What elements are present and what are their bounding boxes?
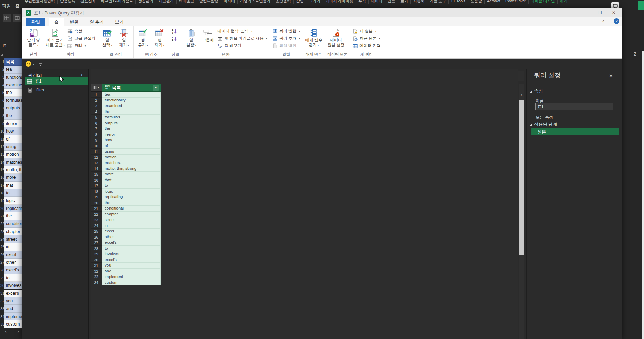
settings-close-icon[interactable]: ✕	[609, 73, 613, 78]
scroll-up-icon[interactable]: ∧	[519, 93, 524, 97]
excel-cell[interactable]: functionality	[4, 74, 22, 81]
column-header-cell[interactable]: ABC 123 목록 ▾	[102, 84, 161, 92]
row-number[interactable]: 33	[91, 274, 102, 280]
ribbon-button-행 감소-1[interactable]: 행제거▾	[151, 27, 168, 51]
row-number[interactable]: 28	[91, 246, 102, 252]
properties-section-header[interactable]: ◢ 속성	[530, 88, 543, 94]
excel-tab-17[interactable]: 보기	[398, 0, 411, 4]
row-number[interactable]: 16	[91, 177, 102, 183]
grid-cell[interactable]: excel	[102, 229, 161, 234]
excel-cell[interactable]: the	[4, 212, 22, 220]
smiley-dropdown-icon[interactable]: ▾	[33, 63, 34, 66]
excel-cell[interactable]: in	[4, 243, 22, 251]
row-number[interactable]: 18	[91, 189, 102, 195]
row-number[interactable]: 7	[91, 126, 102, 132]
excel-cell[interactable]: logic	[4, 197, 22, 204]
ribbon-button-쿼리 병합[interactable]: 쿼리 병합▾	[271, 28, 302, 35]
excel-cell[interactable]: using	[4, 143, 22, 151]
excel-cell[interactable]: custom	[4, 320, 22, 328]
excel-cell[interactable]: involves	[4, 282, 22, 289]
excel-cell[interactable]: conditional	[4, 220, 22, 227]
excel-tab-16[interactable]: 검토	[385, 0, 398, 4]
pq-menu-tab-4[interactable]: 보기	[110, 18, 129, 26]
query-name-input[interactable]	[535, 103, 613, 110]
excel-cell[interactable]: of	[4, 135, 22, 143]
excel-cell[interactable]: matches.	[4, 158, 22, 166]
excel-cell[interactable]: street	[4, 235, 22, 243]
row-number[interactable]: 11	[91, 149, 102, 155]
grid-cell[interactable]: the	[102, 109, 161, 115]
excel-tab-4[interactable]: 생산관리	[136, 0, 156, 4]
ribbon-button-매개 변수-0[interactable]: 매개 변수관리▾	[304, 27, 324, 51]
grid-cell[interactable]: logic	[102, 189, 161, 195]
excel-tab-13[interactable]: 페이지 레이아웃	[323, 0, 356, 4]
grid-cell[interactable]: other	[102, 234, 161, 240]
excel-cell[interactable]: chapter	[4, 228, 22, 235]
grid-cell[interactable]: to	[102, 183, 161, 189]
excel-cell[interactable]: excel	[4, 251, 22, 259]
excel-tab-22[interactable]: Acrobat	[485, 0, 503, 4]
ribbon-button-관리[interactable]: 관리▾	[66, 42, 97, 49]
grid-cell[interactable]: examined	[102, 103, 161, 109]
ribbon-button-속성[interactable]: t x="1" y="2" width="14" height="12" fil…	[66, 28, 97, 35]
excel-tab-20[interactable]: ECTools	[449, 0, 468, 4]
excel-cell[interactable]: that	[4, 182, 22, 189]
excel-cell[interactable]: tea	[4, 66, 22, 73]
excel-cell[interactable]: more	[4, 174, 22, 181]
excel-cell[interactable]: replicating	[4, 205, 22, 212]
ribbon-button-변환-1[interactable]: 그룹화	[200, 27, 216, 51]
excel-cell[interactable]: implement	[4, 313, 22, 320]
grid-cell[interactable]: and	[102, 269, 161, 274]
grid-cell[interactable]: iferror	[102, 132, 161, 138]
applied-step-source[interactable]: 원본	[531, 128, 619, 135]
excel-cell[interactable]: 목록	[4, 58, 22, 66]
ribbon-button-닫기-0[interactable]: 닫기 및로드▾	[25, 27, 42, 51]
ribbon-button-열 관리-0[interactable]: 열선택▾	[99, 27, 116, 51]
excel-tab-19[interactable]: 개발 도구	[427, 0, 449, 4]
grid-corner-button[interactable]: ▾	[91, 84, 102, 92]
grid-cell[interactable]: how	[102, 137, 161, 143]
grid-cell[interactable]: the	[102, 126, 161, 132]
ribbon-button-열 관리-1[interactable]: 열제거▾	[116, 27, 132, 51]
excel-tab-21[interactable]: 도움말	[468, 0, 485, 4]
excel-cell[interactable]: and	[4, 305, 22, 312]
row-number[interactable]: 10	[91, 143, 102, 149]
grid-cell[interactable]: excel's	[102, 257, 161, 263]
row-number[interactable]: 17	[91, 183, 102, 189]
excel-tab-1[interactable]: 납품등록	[58, 0, 78, 4]
row-number[interactable]: 32	[91, 269, 102, 274]
excel-cell[interactable]: you	[4, 297, 22, 305]
grid-cell[interactable]: conditional	[102, 206, 161, 212]
excel-name-box[interactable]: I9	[3, 43, 6, 48]
ribbon-button-고급 편집기[interactable]: 고급 편집기	[66, 35, 97, 42]
excel-toolbar-cells-icon[interactable]	[13, 14, 21, 22]
ribbon-button-쿼리 추가[interactable]: 쿼리 추가▾	[271, 35, 302, 42]
row-number[interactable]: 21	[91, 206, 102, 212]
ribbon-button-쿼리-0[interactable]: 미리 보기새로 고침▾	[44, 27, 66, 51]
excel-tab-15[interactable]: 데이터	[369, 0, 385, 4]
excel-tab-file[interactable]: 파일	[2, 3, 11, 9]
excel-cell[interactable]: other	[4, 259, 22, 266]
excel-sheet-nav[interactable]: ‹ ›	[5, 329, 24, 334]
excel-tab-0[interactable]: 우편번호자동입력	[22, 0, 58, 4]
ribbon-button-데이터 입력[interactable]: 데이터 입력	[351, 42, 382, 49]
excel-cell[interactable]: motion	[4, 151, 22, 158]
grid-cell[interactable]: street	[102, 217, 161, 223]
data-type-badge[interactable]: ABC 123	[105, 85, 110, 90]
grid-cell[interactable]: replicating	[102, 194, 161, 200]
row-number[interactable]: 4	[91, 109, 102, 115]
grid-cell[interactable]: of	[102, 143, 161, 149]
row-number[interactable]: 26	[91, 234, 102, 240]
grid-cell[interactable]: custom	[102, 280, 161, 286]
maximize-button[interactable]: ❐	[593, 8, 607, 17]
row-number[interactable]: 2	[91, 98, 102, 104]
excel-cell[interactable]: excel's	[4, 290, 22, 297]
grid-cell[interactable]: excel's	[102, 240, 161, 246]
grid-cell[interactable]: formulas	[102, 115, 161, 120]
grid-vertical-scrollbar[interactable]: ∧	[519, 84, 524, 339]
excel-tab-9[interactable]: 리얼리스트만들기	[238, 0, 273, 4]
row-number[interactable]: 29	[91, 251, 102, 257]
grid-cell[interactable]: implement	[102, 274, 161, 280]
excel-cell[interactable]: motto, thin, strong	[4, 166, 22, 174]
row-number[interactable]: 31	[91, 263, 102, 269]
